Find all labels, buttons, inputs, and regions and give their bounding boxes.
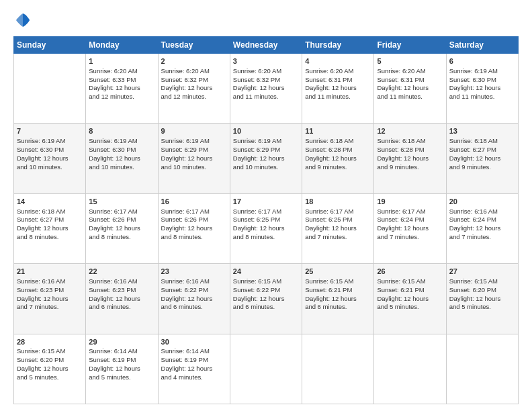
calendar-cell [374,334,446,404]
calendar-cell: 27Sunrise: 6:15 AMSunset: 6:20 PMDayligh… [446,264,518,334]
calendar-cell: 16Sunrise: 6:17 AMSunset: 6:26 PMDayligh… [158,193,230,263]
calendar-cell: 23Sunrise: 6:16 AMSunset: 6:22 PMDayligh… [158,264,230,334]
calendar-cell: 11Sunrise: 6:18 AMSunset: 6:28 PMDayligh… [302,124,374,193]
cell-info-line: Sunrise: 6:17 AM [377,208,425,215]
calendar-cell [230,334,302,404]
cell-info-line: Sunrise: 6:18 AM [305,137,353,144]
cell-info-line: and 7 minutes. [449,233,491,240]
day-number: 19 [377,197,443,207]
day-number: 1 [89,56,154,66]
cell-info-line: Sunset: 6:19 PM [161,356,208,363]
calendar-header-row: SundayMondayTuesdayWednesdayThursdayFrid… [14,37,519,54]
cell-info-line: and 7 minutes. [17,303,58,310]
cell-info-line: Sunrise: 6:19 AM [449,67,498,75]
cell-info-line: Sunrise: 6:14 AM [161,347,210,355]
cell-info-line: and 4 minutes. [161,373,203,381]
cell-info-line: Sunrise: 6:20 AM [161,67,210,75]
calendar-day-header: Monday [86,37,158,54]
cell-info-line: Sunrise: 6:16 AM [89,277,137,285]
cell-info-line: Sunrise: 6:16 AM [161,277,210,285]
calendar-cell: 19Sunrise: 6:17 AMSunset: 6:24 PMDayligh… [374,193,446,263]
cell-info-line: and 7 minutes. [305,233,347,240]
day-number: 30 [161,337,227,347]
cell-info-line: Sunset: 6:21 PM [305,286,352,293]
cell-info-line: and 10 minutes. [17,163,62,171]
day-number: 18 [305,197,371,207]
cell-info-line: and 11 minutes. [305,93,351,100]
day-number: 9 [161,126,227,136]
cell-info-line: Sunrise: 6:20 AM [89,67,137,75]
day-number: 21 [17,267,83,277]
cell-info-line: Sunset: 6:23 PM [17,286,64,293]
day-number: 6 [449,56,515,66]
cell-info-line: Sunset: 6:20 PM [449,286,496,293]
cell-info-line: Sunset: 6:30 PM [17,146,64,153]
cell-info-line: Daylight: 12 hours [377,84,429,91]
cell-info-line: and 9 minutes. [449,163,491,171]
cell-info-line: Sunset: 6:30 PM [449,76,496,83]
calendar-cell: 20Sunrise: 6:16 AMSunset: 6:24 PMDayligh… [446,193,518,263]
cell-info-line: and 10 minutes. [233,163,279,171]
day-number: 3 [233,56,299,66]
cell-info-line: and 5 minutes. [377,303,418,310]
calendar-day-header: Sunday [14,37,86,54]
cell-info-line: Sunrise: 6:17 AM [89,208,137,215]
cell-info-line: and 8 minutes. [233,233,275,240]
cell-info-line: Sunrise: 6:18 AM [17,208,65,215]
calendar-cell: 6Sunrise: 6:19 AMSunset: 6:30 PMDaylight… [446,54,518,124]
calendar-cell: 1Sunrise: 6:20 AMSunset: 6:33 PMDaylight… [86,54,158,124]
cell-info-line: Sunset: 6:25 PM [233,216,280,223]
cell-info-line: Daylight: 12 hours [377,224,429,232]
cell-info-line: Daylight: 12 hours [377,295,429,302]
cell-info-line: and 9 minutes. [305,163,347,171]
cell-info-line: and 12 minutes. [161,93,207,100]
day-number: 8 [89,126,154,136]
calendar-cell: 8Sunrise: 6:19 AMSunset: 6:30 PMDaylight… [86,124,158,193]
cell-info-line: Sunrise: 6:19 AM [17,137,65,144]
cell-info-line: Daylight: 12 hours [233,84,285,91]
cell-info-line: Sunset: 6:20 PM [17,356,64,363]
calendar-cell: 5Sunrise: 6:20 AMSunset: 6:31 PMDaylight… [374,54,446,124]
cell-info-line: Sunset: 6:32 PM [161,76,208,83]
cell-info-line: Daylight: 12 hours [161,365,213,372]
cell-info-line: Daylight: 12 hours [17,154,69,162]
cell-info-line: Daylight: 12 hours [161,154,213,162]
calendar-cell: 3Sunrise: 6:20 AMSunset: 6:32 PMDaylight… [230,54,302,124]
calendar-day-header: Saturday [446,37,518,54]
cell-info-line: Daylight: 12 hours [161,224,213,232]
cell-info-line: Daylight: 12 hours [89,84,140,91]
cell-info-line: Sunset: 6:22 PM [233,286,280,293]
cell-info-line: and 11 minutes. [449,93,495,100]
cell-info-line: Sunrise: 6:17 AM [305,208,353,215]
calendar-cell: 29Sunrise: 6:14 AMSunset: 6:19 PMDayligh… [86,334,158,404]
cell-info-line: Sunset: 6:24 PM [377,216,424,223]
cell-info-line: Sunset: 6:27 PM [449,146,496,153]
cell-info-line: and 7 minutes. [377,233,418,240]
calendar-day-header: Friday [374,37,446,54]
cell-info-line: and 8 minutes. [17,233,58,240]
cell-info-line: Sunset: 6:23 PM [89,286,136,293]
cell-info-line: and 6 minutes. [305,303,347,310]
calendar-cell: 13Sunrise: 6:18 AMSunset: 6:27 PMDayligh… [446,124,518,193]
cell-info-line: Sunrise: 6:17 AM [161,208,210,215]
cell-info-line: Daylight: 12 hours [449,224,501,232]
cell-info-line: Sunrise: 6:20 AM [377,67,425,75]
calendar-cell: 9Sunrise: 6:19 AMSunset: 6:29 PMDaylight… [158,124,230,193]
cell-info-line: Daylight: 12 hours [449,295,501,302]
calendar-cell: 30Sunrise: 6:14 AMSunset: 6:19 PMDayligh… [158,334,230,404]
cell-info-line: and 8 minutes. [89,233,130,240]
cell-info-line: Daylight: 12 hours [17,365,69,372]
cell-info-line: Sunset: 6:31 PM [305,76,352,83]
cell-info-line: Sunrise: 6:18 AM [449,137,498,144]
cell-info-line: Sunrise: 6:19 AM [89,137,137,144]
cell-info-line: and 11 minutes. [377,93,423,100]
calendar-cell: 18Sunrise: 6:17 AMSunset: 6:25 PMDayligh… [302,193,374,263]
cell-info-line: and 8 minutes. [161,233,203,240]
cell-info-line: Daylight: 12 hours [161,84,213,91]
calendar-day-header: Wednesday [230,37,302,54]
cell-info-line: Sunrise: 6:18 AM [377,137,425,144]
calendar-cell: 4Sunrise: 6:20 AMSunset: 6:31 PMDaylight… [302,54,374,124]
calendar-cell: 21Sunrise: 6:16 AMSunset: 6:23 PMDayligh… [14,264,86,334]
day-number: 5 [377,56,443,66]
day-number: 12 [377,126,443,136]
